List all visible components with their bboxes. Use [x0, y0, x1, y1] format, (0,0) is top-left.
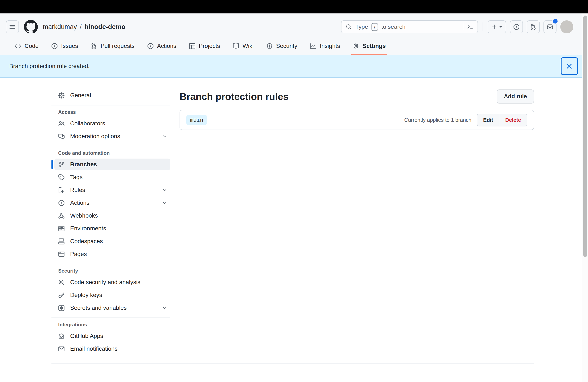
unread-indicator: [553, 19, 558, 23]
sidebar-item-codespaces[interactable]: Codespaces: [54, 235, 170, 247]
hamburger-menu-button[interactable]: [6, 20, 19, 33]
sidebar-item-label: Moderation options: [70, 133, 120, 140]
command-palette-icon[interactable]: [467, 24, 473, 30]
sidebar-item-general[interactable]: General: [54, 89, 170, 101]
graph-icon: [310, 43, 316, 49]
inbox-button[interactable]: [544, 20, 556, 33]
tab-security[interactable]: Security: [260, 37, 304, 55]
edit-rule-button[interactable]: Edit: [477, 114, 499, 127]
sidebar-item-environments[interactable]: Environments: [54, 223, 170, 234]
sidebar-item-pages[interactable]: Pages: [54, 248, 170, 260]
create-new-button[interactable]: [488, 20, 506, 33]
sidebar-item-actions[interactable]: Actions: [54, 197, 170, 209]
tab-code[interactable]: Code: [8, 37, 45, 55]
page-title: Branch protection rules: [180, 91, 289, 102]
sidebar-item-github-apps[interactable]: GitHub Apps: [54, 330, 170, 342]
gear-icon: [353, 43, 359, 49]
sidebar-item-label: Tags: [70, 174, 83, 181]
issues-dashboard-button[interactable]: [510, 20, 523, 33]
tab-label: Security: [276, 43, 297, 49]
tab-insights[interactable]: Insights: [304, 37, 346, 55]
people-icon: [58, 120, 65, 127]
search-divider: [464, 23, 464, 30]
breadcrumb-repo[interactable]: hinode-demo: [85, 23, 126, 31]
hubot-icon: [58, 333, 65, 339]
sidebar-item-collaborators[interactable]: Collaborators: [54, 118, 170, 129]
tab-label: Pull requests: [101, 43, 135, 49]
sidebar-item-tags[interactable]: Tags: [54, 171, 170, 183]
breadcrumb-owner[interactable]: markdumay: [43, 23, 77, 31]
sidebar-item-label: Email notifications: [70, 345, 118, 352]
sidebar-item-label: Code security and analysis: [70, 279, 141, 286]
key-icon: [58, 292, 65, 298]
delete-rule-button[interactable]: Delete: [499, 114, 527, 127]
sidebar-item-code-security[interactable]: Code security and analysis: [54, 276, 170, 288]
user-avatar[interactable]: [560, 20, 573, 33]
sidebar-divider: [51, 264, 170, 264]
tab-projects[interactable]: Projects: [183, 37, 226, 55]
sidebar-item-moderation-options[interactable]: Moderation options: [54, 130, 170, 142]
sidebar-item-webhooks[interactable]: Webhooks: [54, 210, 170, 222]
issue-opened-icon: [513, 24, 520, 30]
webhook-icon: [58, 212, 65, 219]
tab-label: Code: [24, 43, 39, 49]
tab-pull-requests[interactable]: Pull requests: [84, 37, 141, 55]
search-icon: [346, 24, 352, 30]
asterisk-box-icon: [58, 305, 65, 311]
plus-icon: [491, 24, 497, 30]
rules-icon: [58, 187, 65, 193]
sidebar-item-label: Rules: [70, 187, 85, 193]
chevron-down-icon: [162, 305, 167, 311]
search-input[interactable]: Type / to search: [341, 20, 478, 33]
tab-wiki[interactable]: Wiki: [226, 37, 260, 55]
banner-close-button[interactable]: [561, 57, 578, 75]
codespaces-icon: [58, 238, 65, 245]
sidebar-item-email-notifications[interactable]: Email notifications: [54, 343, 170, 355]
inbox-icon: [547, 24, 553, 30]
play-icon: [58, 200, 65, 206]
sidebar-item-label: Pages: [70, 251, 87, 257]
chevron-down-icon: [162, 134, 167, 139]
add-rule-button[interactable]: Add rule: [497, 89, 534, 104]
flash-message: Branch protection rule created.: [9, 63, 90, 69]
sidebar-item-label: Actions: [70, 199, 89, 206]
branch-protection-rule-row: main Currently applies to 1 branch Edit …: [180, 110, 534, 130]
browser-icon: [58, 251, 65, 257]
sidebar-item-label: Codespaces: [70, 238, 103, 245]
tab-settings[interactable]: Settings: [346, 37, 392, 55]
github-app: markdumay / hinode-demo Type / to search: [0, 13, 582, 356]
sidebar-item-branches[interactable]: Branches: [54, 159, 170, 170]
sidebar-section-integrations: Integrations: [54, 322, 170, 328]
mail-icon: [58, 346, 65, 352]
pull-requests-dashboard-button[interactable]: [527, 20, 540, 33]
book-icon: [233, 43, 239, 49]
sidebar-item-label: Collaborators: [70, 120, 105, 127]
github-mark-icon[interactable]: [24, 20, 38, 34]
play-icon: [147, 43, 154, 49]
branch-name-badge: main: [186, 115, 207, 125]
repo-nav: Code Issues Pull requests Actions Projec…: [6, 36, 573, 55]
sidebar-item-label: Secrets and variables: [70, 304, 127, 311]
tab-label: Insights: [320, 43, 340, 49]
sidebar-item-label: General: [70, 92, 91, 99]
page-scrollbar[interactable]: [582, 13, 588, 382]
sidebar-item-label: Branches: [70, 161, 97, 168]
sidebar-section-code-automation: Code and automation: [54, 150, 170, 156]
scrollbar-thumb[interactable]: [583, 16, 587, 257]
sidebar-divider: [51, 105, 170, 106]
rule-applies-text: Currently applies to 1 branch: [404, 117, 471, 123]
code-icon: [15, 43, 21, 49]
header-divider: [483, 22, 483, 31]
sidebar-divider: [51, 146, 170, 146]
tab-issues[interactable]: Issues: [45, 37, 84, 55]
sidebar-divider: [51, 318, 170, 318]
sidebar-item-label: GitHub Apps: [70, 333, 103, 339]
tab-actions[interactable]: Actions: [141, 37, 183, 55]
sidebar-item-label: Environments: [70, 225, 106, 232]
sidebar-item-rules[interactable]: Rules: [54, 184, 170, 196]
comment-discussion-icon: [58, 133, 65, 140]
sidebar-item-deploy-keys[interactable]: Deploy keys: [54, 289, 170, 301]
sidebar-section-access: Access: [54, 109, 170, 115]
shield-icon: [266, 43, 273, 49]
sidebar-item-secrets-variables[interactable]: Secrets and variables: [54, 302, 170, 314]
